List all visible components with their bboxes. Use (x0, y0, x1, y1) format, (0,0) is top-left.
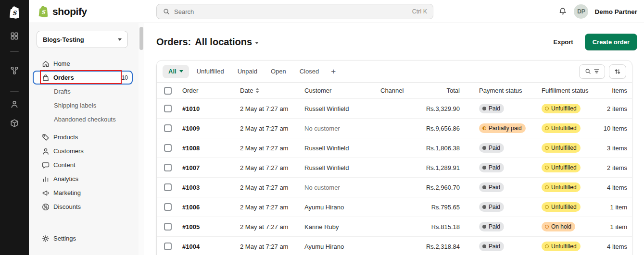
status-dot-icon (482, 146, 486, 150)
customer-cell: No customer (300, 125, 376, 132)
order-number-cell[interactable]: #1010 (178, 105, 236, 112)
location-label: All locations (195, 36, 252, 48)
tab-unpaid[interactable]: Unpaid (232, 65, 263, 78)
scrollbar-thumb[interactable] (139, 27, 143, 50)
fulfillment-status-cell: Unfulfilled (542, 123, 602, 133)
order-number-cell[interactable]: #1005 (178, 223, 236, 231)
search-and-filter-button[interactable] (579, 64, 605, 79)
table-row[interactable]: #10092 May at 7:27 amNo customerRs.9,656… (157, 119, 632, 138)
tab-unfulfilled[interactable]: Unfulfilled (191, 65, 230, 78)
status-dot-icon (545, 126, 549, 130)
table-row[interactable]: #10032 May at 7:27 amNo customerRs.2,960… (157, 178, 632, 197)
store-switcher[interactable]: Blogs-Testing (37, 31, 128, 48)
payment-status-badge: Partially paid (479, 123, 526, 133)
payment-status-badge: Paid (479, 202, 504, 212)
row-checkbox[interactable] (164, 203, 172, 211)
tab-open[interactable]: Open (265, 65, 292, 78)
column-header-order: Order (178, 87, 236, 94)
search-icon (163, 8, 170, 15)
sidebar-item-label: Products (53, 134, 78, 141)
view-tabs: AllUnfulfilledUnpaidOpenClosed + (157, 61, 632, 83)
column-header-date[interactable]: Date (236, 87, 300, 94)
sidebar-item-discounts[interactable]: Discounts (33, 200, 133, 214)
sidebar-item-label: Drafts (54, 88, 71, 95)
fulfillment-status-badge: Unfulfilled (542, 104, 581, 113)
add-view-button[interactable]: + (327, 65, 340, 78)
shopify-bag-icon: S (38, 5, 49, 18)
sidebar-item-label: Customers (53, 147, 84, 155)
sidebar-item-shipping-labels[interactable]: Shipping labels (33, 98, 133, 112)
global-search-input[interactable]: Search Ctrl K (156, 4, 433, 19)
row-checkbox[interactable] (164, 144, 172, 152)
items-cell: 2 items (602, 105, 633, 112)
order-number-cell[interactable]: #1009 (178, 125, 236, 132)
row-checkbox[interactable] (164, 243, 172, 250)
sidebar-item-label: Discounts (53, 203, 81, 210)
table-row[interactable]: #10052 May at 7:27 amKarine RubyRs.815.1… (157, 217, 632, 237)
status-dot-icon (545, 185, 549, 189)
orders-count-badge: 10 (122, 74, 128, 81)
store-name: Blogs-Testing (43, 36, 84, 43)
location-selector[interactable]: All locations (195, 36, 259, 48)
order-number-cell[interactable]: #1003 (178, 184, 236, 191)
row-checkbox-cell (157, 243, 178, 250)
payment-status-cell: Paid (460, 222, 542, 231)
analytics-icon (41, 175, 50, 183)
sidebar-item-label: Analytics (53, 175, 78, 182)
table-row[interactable]: #10042 May at 7:27 amAyumu HiranoRs.2,31… (157, 237, 632, 255)
tab-closed[interactable]: Closed (294, 65, 325, 78)
payment-status-cell: Paid (460, 242, 542, 251)
total-cell: Rs.9,656.86 (410, 125, 460, 132)
row-checkbox[interactable] (164, 183, 172, 191)
table-row[interactable]: #10102 May at 7:27 amRussell WinfieldRs.… (157, 99, 632, 119)
sidebar-item-abandoned-checkouts[interactable]: Abandoned checkouts (33, 112, 133, 126)
partner-account-icon[interactable] (8, 98, 21, 110)
date-cell: 2 May at 7:27 am (236, 184, 300, 191)
sidebar-item-content[interactable]: Content (33, 158, 133, 172)
date-sort-icon[interactable] (255, 88, 259, 93)
shopify-logo-icon[interactable]: S (6, 4, 23, 21)
payment-status-badge: Paid (479, 143, 504, 153)
sidebar-item-drafts[interactable]: Drafts (33, 85, 133, 98)
status-dot-icon (545, 244, 549, 248)
order-number-cell[interactable]: #1004 (178, 243, 236, 250)
items-cell: 4 items (602, 184, 633, 191)
row-checkbox[interactable] (164, 124, 172, 132)
table-header: OrderDateCustomerChannelTotalPayment sta… (157, 83, 632, 99)
sort-button[interactable] (609, 64, 626, 79)
sidebar-item-label: Abandoned checkouts (54, 116, 116, 123)
notifications-bell-icon[interactable] (558, 7, 568, 16)
tab-all[interactable]: All (163, 65, 189, 78)
sidebar-item-settings[interactable]: Settings (33, 231, 133, 245)
home-icon (41, 60, 50, 68)
table-row[interactable]: #10072 May at 7:27 amRussell WinfieldRs.… (157, 158, 632, 178)
order-number-cell[interactable]: #1006 (178, 204, 236, 211)
order-number-cell[interactable]: #1008 (178, 145, 236, 152)
row-checkbox[interactable] (164, 164, 172, 171)
sidebar-item-marketing[interactable]: Marketing (33, 186, 133, 200)
sidebar-item-home[interactable]: Home (33, 57, 133, 71)
payment-status-badge: Paid (479, 104, 504, 113)
select-all-checkbox[interactable] (164, 87, 172, 95)
sidebar-item-orders[interactable]: Orders10 (33, 71, 133, 85)
row-checkbox[interactable] (164, 105, 172, 112)
row-checkbox[interactable] (164, 223, 172, 231)
channels-icon[interactable] (8, 64, 21, 77)
account-name[interactable]: Demo Partner (594, 8, 637, 15)
dashboard-grid-icon[interactable] (8, 30, 21, 42)
date-cell: 2 May at 7:27 am (236, 145, 300, 152)
sidebar-item-customers[interactable]: Customers (33, 144, 133, 158)
date-cell: 2 May at 7:27 am (236, 204, 300, 211)
table-row[interactable]: #10062 May at 7:27 amAyumu HiranoRs.795.… (157, 197, 632, 217)
table-row[interactable]: #10082 May at 7:27 amRussell WinfieldRs.… (157, 138, 632, 158)
create-order-button[interactable]: Create order (585, 34, 637, 50)
date-cell: 2 May at 7:27 am (236, 125, 300, 132)
tab-label: Unfulfilled (197, 68, 224, 75)
sidebar-item-products[interactable]: Products (33, 130, 133, 144)
order-number-cell[interactable]: #1007 (178, 164, 236, 171)
export-button[interactable]: Export (549, 35, 578, 49)
sidebar-item-label: Marketing (53, 189, 81, 196)
avatar[interactable]: DP (574, 4, 588, 19)
sidebar-item-analytics[interactable]: Analytics (33, 172, 133, 186)
apps-box-icon[interactable] (8, 117, 21, 130)
